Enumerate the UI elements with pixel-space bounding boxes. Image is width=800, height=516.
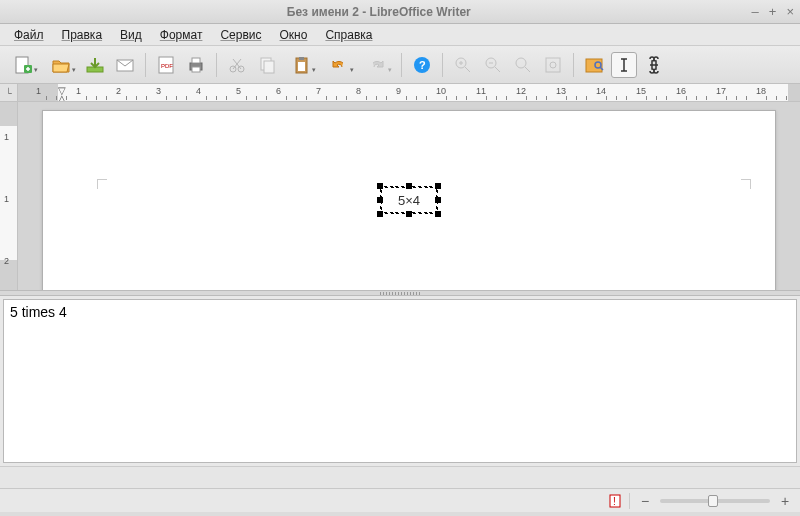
save-button[interactable]: [82, 52, 108, 78]
menu-bar: Файл Правка Вид Формат Сервис Окно Справ…: [0, 24, 800, 46]
window-close-button[interactable]: ×: [786, 4, 794, 19]
menu-window[interactable]: Окно: [272, 26, 316, 44]
zoom-plus-button[interactable]: +: [778, 493, 792, 509]
ruler-mark: 7: [316, 86, 321, 96]
ruler-mark: 1: [76, 86, 81, 96]
menu-file[interactable]: Файл: [6, 26, 52, 44]
zoom-slider-knob[interactable]: [708, 495, 718, 507]
ruler-mark: 17: [716, 86, 726, 96]
ruler-mark: 18: [756, 86, 766, 96]
zoom-minus-button[interactable]: −: [638, 493, 652, 509]
zoom-control: − +: [638, 493, 792, 509]
status-bar: ! − +: [0, 488, 800, 512]
menu-help[interactable]: Справка: [317, 26, 380, 44]
zoom-slider-track[interactable]: [660, 499, 770, 503]
copy-button[interactable]: [254, 52, 280, 78]
ruler-mark: 6: [276, 86, 281, 96]
svg-point-20: [516, 58, 526, 68]
formula-editor-text: 5 times 4: [10, 304, 67, 320]
cut-button[interactable]: [224, 52, 250, 78]
svg-rect-15: [298, 62, 305, 71]
ruler-mark: 9: [396, 86, 401, 96]
menu-view[interactable]: Вид: [112, 26, 150, 44]
ruler-mark: 2: [116, 86, 121, 96]
command-button[interactable]: [641, 52, 667, 78]
splitter-grip-icon: [380, 292, 420, 295]
vertical-ruler[interactable]: 112: [0, 102, 18, 290]
margin-indicator: [97, 179, 107, 189]
ruler-mark: 13: [556, 86, 566, 96]
svg-rect-12: [264, 61, 274, 73]
catalog-button[interactable]: [581, 52, 607, 78]
horizontal-ruler-row: └ ▽ △ 1123456789101112131415161718: [0, 84, 800, 102]
menu-edit[interactable]: Правка: [54, 26, 111, 44]
paste-button[interactable]: ▾: [284, 52, 318, 78]
toolbar-separator: [145, 53, 146, 77]
redo-button[interactable]: ▾: [360, 52, 394, 78]
menu-service[interactable]: Сервис: [212, 26, 269, 44]
ruler-mark: 16: [676, 86, 686, 96]
ruler-mark-v: 1: [4, 132, 9, 142]
zoom-page-button[interactable]: [540, 52, 566, 78]
standard-toolbar: ▾ ▾ PDF ▾ ▾ ▾ ?: [0, 46, 800, 84]
margin-indicator: [741, 179, 751, 189]
toolbar-separator: [401, 53, 402, 77]
svg-text:!: !: [613, 496, 616, 507]
svg-rect-14: [299, 57, 304, 60]
svg-rect-8: [192, 67, 200, 72]
document-area: 112 5×4: [0, 102, 800, 290]
formula-editor-input[interactable]: 5 times 4: [3, 299, 797, 463]
zoom-out-button[interactable]: [480, 52, 506, 78]
window-minimize-button[interactable]: –: [752, 4, 759, 19]
toolbar-separator: [573, 53, 574, 77]
window-titlebar: Без имени 2 - LibreOffice Writer – + ×: [0, 0, 800, 24]
ruler-mark: 14: [596, 86, 606, 96]
email-button[interactable]: [112, 52, 138, 78]
formula-display-text: 5×4: [398, 193, 420, 208]
status-separator: [629, 493, 630, 509]
ruler-corner: └: [0, 84, 18, 101]
formula-editor-pane: 5 times 4: [0, 296, 800, 466]
ruler-mark: 4: [196, 86, 201, 96]
document-viewport[interactable]: 5×4: [18, 102, 800, 290]
svg-rect-23: [586, 59, 602, 72]
window-title: Без имени 2 - LibreOffice Writer: [6, 5, 752, 19]
undo-button[interactable]: ▾: [322, 52, 356, 78]
ruler-mark: 5: [236, 86, 241, 96]
svg-text:PDF: PDF: [161, 63, 173, 69]
ruler-mark-v: 1: [4, 194, 9, 204]
help-button[interactable]: ?: [409, 52, 435, 78]
svg-text:?: ?: [419, 59, 426, 71]
svg-rect-7: [192, 58, 200, 63]
zoom-in-button[interactable]: [450, 52, 476, 78]
toolbar-separator: [216, 53, 217, 77]
zoom-100-button[interactable]: [510, 52, 536, 78]
window-maximize-button[interactable]: +: [769, 4, 777, 19]
formula-object[interactable]: 5×4: [383, 189, 435, 211]
menu-format[interactable]: Формат: [152, 26, 211, 44]
toolbar-separator: [442, 53, 443, 77]
ruler-mark: 3: [156, 86, 161, 96]
new-document-button[interactable]: ▾: [6, 52, 40, 78]
ruler-mark: 12: [516, 86, 526, 96]
formula-cursor-button[interactable]: [611, 52, 637, 78]
svg-point-22: [550, 62, 556, 68]
ruler-mark: 11: [476, 86, 486, 96]
modified-indicator-icon[interactable]: !: [609, 494, 621, 508]
statusbar-gap: [0, 466, 800, 488]
ruler-mark: 8: [356, 86, 361, 96]
ruler-mark: 1: [36, 86, 41, 96]
ruler-mark: 15: [636, 86, 646, 96]
open-document-button[interactable]: ▾: [44, 52, 78, 78]
horizontal-ruler[interactable]: ▽ △ 1123456789101112131415161718: [18, 84, 800, 101]
print-button[interactable]: [183, 52, 209, 78]
ruler-mark-v: 2: [4, 256, 9, 266]
svg-rect-21: [546, 58, 560, 72]
ruler-mark: 10: [436, 86, 446, 96]
document-page[interactable]: 5×4: [42, 110, 776, 290]
export-pdf-button[interactable]: PDF: [153, 52, 179, 78]
